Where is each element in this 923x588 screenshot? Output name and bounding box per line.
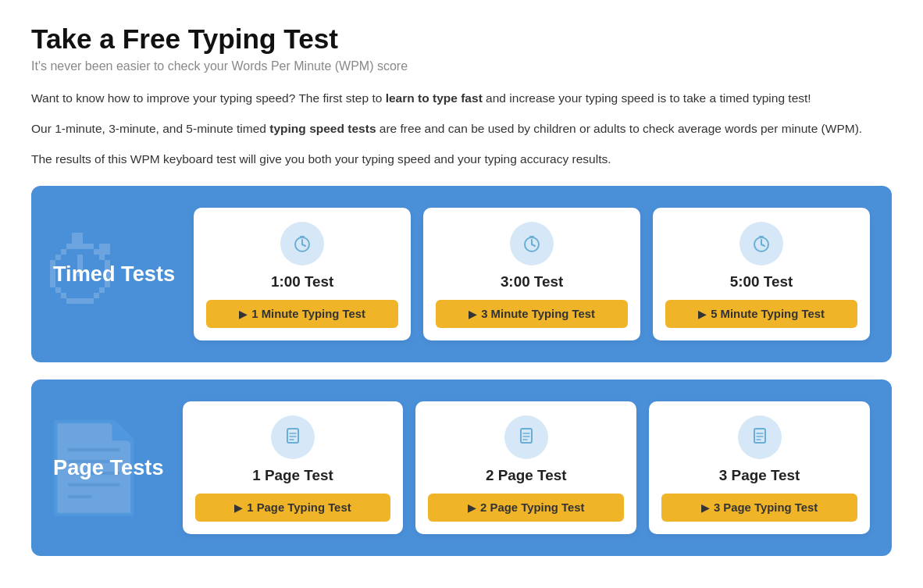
page-icon-2	[504, 415, 548, 459]
page-icon-3	[738, 415, 782, 459]
page-card-1-button[interactable]: ▶ 1 Page Typing Test	[195, 494, 391, 522]
svg-line-7	[532, 244, 535, 246]
page-card-2: 2 Page Test ▶ 2 Page Typing Test	[415, 401, 636, 534]
page-card-3-label: 3 Page Test	[719, 467, 800, 484]
timed-tests-title: Timed Tests	[53, 262, 175, 287]
page-icon-1	[271, 415, 315, 459]
page-card-1: 1 Page Test ▶ 1 Page Typing Test	[183, 401, 404, 534]
timed-icon-3	[739, 222, 783, 265]
page-card-2-label: 2 Page Test	[486, 467, 566, 484]
svg-rect-17	[521, 429, 532, 443]
svg-rect-3	[300, 236, 305, 237]
timed-card-3: 5:00 Test ▶ 5 Minute Typing Test	[653, 208, 870, 340]
timed-tests-section: ⏱ Timed Tests 1:00 Test ▶ 1 Minute Typin…	[31, 186, 892, 362]
svg-rect-8	[529, 236, 534, 237]
timed-card-3-label: 5:00 Test	[730, 273, 793, 290]
timed-card-1-label: 1:00 Test	[271, 273, 333, 290]
page-cards-row: 1 Page Test ▶ 1 Page Typing Test 2 Page …	[183, 401, 870, 534]
play-icon-3: ▶	[698, 308, 706, 320]
page-tests-title: Page Tests	[53, 455, 164, 480]
page-subtitle: It's never been easier to check your Wor…	[31, 59, 892, 73]
svg-line-11	[761, 244, 764, 246]
play-icon-6: ▶	[701, 502, 709, 514]
timed-icon-1	[280, 222, 324, 265]
svg-rect-12	[759, 236, 764, 237]
description-para1: Want to know how to improve your typing …	[31, 89, 892, 109]
timed-card-2-label: 3:00 Test	[501, 273, 563, 290]
play-icon-2: ▶	[469, 308, 476, 320]
timed-cards-row: 1:00 Test ▶ 1 Minute Typing Test 3:00 Te…	[194, 208, 870, 340]
timed-icon-2	[510, 222, 554, 265]
page-title: Take a Free Typing Test	[31, 23, 892, 55]
svg-rect-13	[287, 429, 298, 443]
svg-rect-21	[754, 429, 765, 443]
page-card-3: 3 Page Test ▶ 3 Page Typing Test	[649, 401, 870, 534]
timed-card-2: 3:00 Test ▶ 3 Minute Typing Test	[423, 208, 640, 340]
timed-card-1-button[interactable]: ▶ 1 Minute Typing Test	[206, 300, 398, 328]
page-tests-section: 📄 Page Tests 1 Page Test ▶ 1 Page Typing…	[31, 380, 892, 556]
svg-line-2	[302, 244, 305, 246]
play-icon-1: ▶	[239, 308, 247, 320]
page-card-2-button[interactable]: ▶ 2 Page Typing Test	[428, 494, 624, 522]
timed-card-2-button[interactable]: ▶ 3 Minute Typing Test	[436, 300, 628, 328]
page-card-3-button[interactable]: ▶ 3 Page Typing Test	[661, 494, 857, 522]
page-card-1-label: 1 Page Test	[252, 467, 333, 484]
timed-card-1: 1:00 Test ▶ 1 Minute Typing Test	[194, 208, 411, 340]
play-icon-4: ▶	[234, 502, 242, 514]
description-para2: Our 1-minute, 3-minute, and 5-minute tim…	[31, 119, 892, 139]
play-icon-5: ▶	[468, 502, 476, 514]
timed-card-3-button[interactable]: ▶ 5 Minute Typing Test	[665, 300, 857, 328]
description-para3: The results of this WPM keyboard test wi…	[31, 150, 892, 169]
